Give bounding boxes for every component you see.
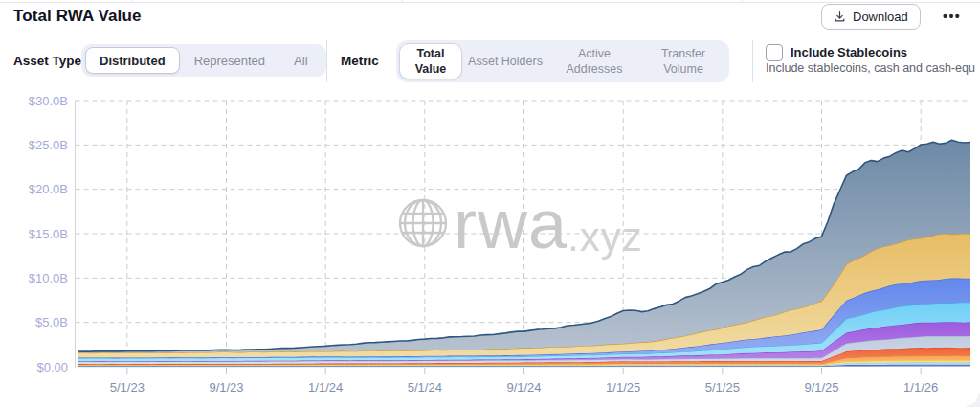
svg-text:$20.0B: $20.0B [29,182,68,196]
svg-text:$25.0B: $25.0B [29,138,68,152]
table-remnant-border [0,0,980,3]
download-button[interactable]: Download [821,4,921,30]
card-rounded-corner [967,394,980,407]
svg-text:$5.0B: $5.0B [35,315,68,329]
include-stablecoins-description: Include stablecoins, cash and cash-equ [766,61,980,75]
total-rwa-stacked-area-chart[interactable]: rwa.xyz$30.0B$25.0B$20.0B$15.0B$10.0B$5.… [0,84,980,407]
table-column-divider [742,0,743,2]
controls-divider [752,40,753,82]
more-options-button[interactable]: ••• [939,5,965,28]
rwa-xyz-watermark: rwa.xyz [400,186,643,262]
total-rwa-value-widget: Total RWA Value Download ••• Asset Type … [0,0,980,407]
metric-label: Metric [341,54,379,68]
include-stablecoins-label[interactable]: Include Stablecoins [791,45,907,59]
globe-icon [400,200,446,246]
include-stablecoins-checkbox[interactable] [766,44,783,61]
metric-tab-active-addresses[interactable]: Active Addresses [548,45,640,79]
svg-text:1/1/25: 1/1/25 [606,380,640,395]
metric-tab-transfer-volume[interactable]: Transfer Volume [640,45,726,79]
svg-text:5/1/25: 5/1/25 [705,380,740,395]
asset-type-option-represented[interactable]: Represented [180,47,279,74]
svg-text:$15.0B: $15.0B [29,227,68,241]
svg-text:5/1/24: 5/1/24 [408,380,442,395]
svg-text:rwa.xyz: rwa.xyz [454,186,643,262]
ellipsis-icon: ••• [943,9,961,24]
svg-text:1/1/24: 1/1/24 [308,380,343,395]
svg-text:9/1/25: 9/1/25 [804,380,838,395]
controls-divider [326,40,327,82]
svg-text:9/1/23: 9/1/23 [209,380,243,395]
svg-text:1/1/26: 1/1/26 [903,380,938,395]
download-icon [834,11,846,23]
asset-type-option-all[interactable]: All [279,47,322,74]
table-column-divider [402,0,403,2]
asset-type-segmented-control: Distributed Represented All [81,44,326,77]
svg-text:5/1/23: 5/1/23 [110,380,145,395]
download-label: Download [853,10,908,24]
asset-type-option-distributed[interactable]: Distributed [85,47,180,74]
table-column-divider [131,0,132,2]
svg-text:$30.0B: $30.0B [29,94,68,108]
metric-tab-total-value[interactable]: Total Value [399,43,462,79]
svg-text:$10.0B: $10.0B [29,271,68,285]
metric-tab-asset-holders[interactable]: Asset Holders [462,53,548,70]
page-title: Total RWA Value [13,7,141,26]
asset-type-label: Asset Type [13,54,81,68]
svg-text:$0.00: $0.00 [36,360,68,374]
svg-text:9/1/24: 9/1/24 [506,380,541,395]
metric-segmented-control: Total Value Asset Holders Active Address… [396,40,729,82]
